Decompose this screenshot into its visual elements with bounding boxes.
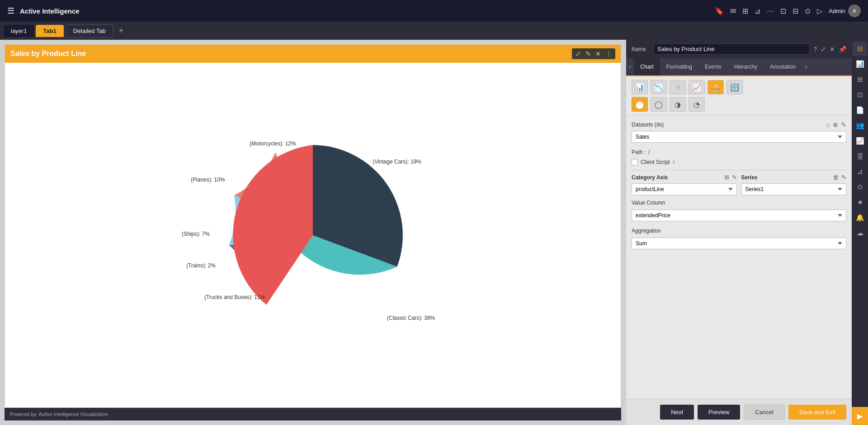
panel-content: Datasets (ds) ⌂ ⊕ ✎ Sales Path : / [626,116,852,399]
series-select[interactable]: Series1 [741,183,847,195]
save-icon[interactable]: 🔖 [715,7,724,15]
move-icon[interactable]: ⤢ [576,50,581,57]
spacer [632,195,846,200]
play-icon[interactable]: ▷ [817,7,822,15]
chart-type-pie-explode[interactable]: ◔ [689,97,705,112]
label-vintage-cars: (Vintage Cars): 19% [373,159,421,165]
series-header: Series 🗑 ✎ [741,174,847,181]
hamburger-icon[interactable]: ☰ [7,6,14,16]
help-icon[interactable]: ? [813,46,817,53]
datasets-select[interactable]: Sales [632,131,846,143]
axis-series-row: Category Axis ⊞ ✎ productLine Series [632,174,846,195]
sidebar-icon-data[interactable]: ⊞ [853,72,867,87]
tab-formatting[interactable]: Formatting [660,58,698,75]
panel-name-label: Name [632,46,650,52]
sidebar-icon-layers[interactable]: ⊟ [853,42,867,56]
tab-tab1[interactable]: Tab1 [36,25,63,37]
sidebar-icon-table[interactable]: ⊡ [853,88,867,102]
topbar-right: 🔖 ✉ ⊞ ⊿ ⋯ ⊡ ⊟ ⊙ ▷ Admin A [715,5,861,17]
edit-icon[interactable]: ✎ [585,50,591,57]
value-column-label: Value Column [632,200,665,206]
canvas-area: Sales by Product Line ⤢ ✎ ✕ ⋮ [0,40,626,425]
series-edit-icon[interactable]: ✎ [841,174,846,181]
tab-annotation[interactable]: Annotation [764,58,802,75]
aggregation-row: Aggregation [632,228,846,234]
expand-icon[interactable]: ⤢ [821,46,826,53]
next-button[interactable]: Next [660,405,694,420]
chart-type-hbar[interactable]: 📉 [651,80,667,94]
chart-type-pie-ring[interactable]: ◯ [651,97,667,112]
monitor-icon[interactable]: ⊞ [742,7,748,15]
sidebar-icon-users[interactable]: 👥 [853,118,867,133]
client-script-checkbox[interactable] [632,159,638,165]
export-icon[interactable]: ⊙ [805,7,811,15]
chart-type-pie-half[interactable]: ◑ [670,97,686,112]
table-icon[interactable]: ⊡ [780,7,786,15]
footer-bar: Powered by: Active Intelligence Visualiz… [5,408,621,420]
datasets-section: Datasets (ds) ⌂ ⊕ ✎ Sales [632,121,846,143]
app-title: Active Intelligence [20,7,80,15]
cancel-button[interactable]: Cancel [744,405,784,420]
tools-icon[interactable]: ✕ [595,50,601,57]
chart-types: 📊 📉 ⁘ 📈 🥧 🔢 ⬤ ◯ ◑ ◔ [626,76,852,116]
tab-layer1[interactable]: layer1 [4,25,34,37]
value-column-section: Value Column extendedPrice [632,200,846,221]
chart-type-bar[interactable]: 📊 [632,80,648,94]
aggregation-section: Aggregation Sum [632,228,846,249]
chart-type-row2: ⬤ ◯ ◑ ◔ [632,97,846,112]
filter-icon[interactable]: ⊿ [755,7,760,15]
datasets-home-icon[interactable]: ⌂ [826,121,830,128]
bottom-strip-icon[interactable]: ▶ [852,407,868,425]
sidebar-icon-star[interactable]: ★ [853,195,867,210]
series-title: Series [741,174,758,181]
chart-type-pie[interactable]: 🥧 [708,80,724,94]
sidebar-icon-database[interactable]: 🗄 [853,149,867,163]
more-icon[interactable]: ⋮ [605,50,612,57]
datasets-label: Datasets (ds) [632,121,664,128]
tab-events[interactable]: Events [698,58,728,75]
admin-user[interactable]: Admin A [829,5,861,17]
group-icon[interactable]: ⊞ [724,174,729,181]
sidebar-icon-filter[interactable]: ⊿ [853,164,867,179]
sidebar-icon-analytics[interactable]: 📈 [853,134,867,148]
tab-hierarchy[interactable]: Hierarchy [728,58,764,75]
sidebar-icon-bell[interactable]: 🔔 [853,210,867,225]
aggregation-label: Aggregation [632,228,661,234]
sidebar-icon-file[interactable]: 📄 [853,103,867,117]
chart-type-scatter[interactable]: ⁘ [670,80,686,94]
tab-detailed[interactable]: Detailed Tab [66,24,113,37]
tab-chart[interactable]: Chart [634,58,660,75]
category-axis-select[interactable]: productLine [632,183,737,195]
panel-name-input[interactable] [653,43,810,55]
pin-icon[interactable]: 📌 [839,46,846,53]
filter2-icon[interactable]: ⋯ [767,7,774,15]
panel-header: Name ? ⤢ ✕ 📌 [626,40,852,58]
datasets-edit-icon[interactable]: ✎ [841,121,846,128]
category-axis-section: Category Axis ⊞ ✎ productLine [632,174,737,195]
chart-type-gauge[interactable]: 🔢 [726,80,743,94]
add-tab-button[interactable]: + [115,26,127,36]
chart-type-line[interactable]: 📈 [689,80,705,94]
chart-header: Sales by Product Line ⤢ ✎ ✕ ⋮ [5,45,621,63]
preview-button[interactable]: Preview [698,405,740,420]
close-icon[interactable]: ✕ [830,46,835,53]
client-script-info-icon[interactable]: ℹ [673,159,675,165]
sidebar-icon-cloud[interactable]: ☁ [853,226,867,240]
mail-icon[interactable]: ✉ [730,7,736,15]
footer-text: Powered by: Active Intelligence Visualiz… [10,411,108,417]
datasets-add-icon[interactable]: ⊕ [833,121,838,128]
aggregation-select[interactable]: Sum [632,238,846,249]
client-script-row: Client Script ℹ [632,159,846,165]
tab-prev-icon[interactable]: ‹ [626,58,634,75]
save-exit-button[interactable]: Save and Exit [788,405,846,420]
value-column-select[interactable]: extendedPrice [632,210,846,221]
sidebar-icon-copy[interactable]: ⊙ [853,180,867,194]
sidebar-icon-chart[interactable]: 📊 [853,57,867,71]
series-delete-icon[interactable]: 🗑 [833,174,839,181]
right-panel: Name ? ⤢ ✕ 📌 ‹ Chart Formatting Events H… [626,40,852,425]
chart-icon[interactable]: ⊟ [793,7,798,15]
topbar-left: ☰ Active Intelligence [7,6,80,16]
axis-edit-icon[interactable]: ✎ [732,174,737,181]
tab-next-icon[interactable]: › [802,58,810,75]
chart-type-pie-solid[interactable]: ⬤ [632,97,648,112]
